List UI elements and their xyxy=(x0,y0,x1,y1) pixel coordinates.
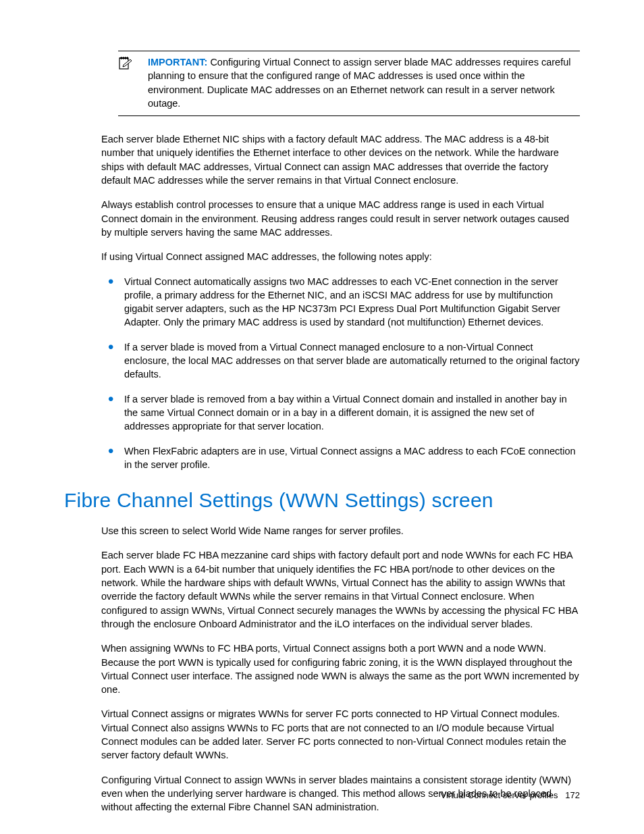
svg-rect-3 xyxy=(123,57,124,59)
body-paragraph: If using Virtual Connect assigned MAC ad… xyxy=(101,250,580,263)
note-icon xyxy=(118,55,148,110)
important-label: IMPORTANT: xyxy=(148,57,207,68)
body-paragraph: Use this screen to select World Wide Nam… xyxy=(101,524,580,538)
important-body: Configuring Virtual Connect to assign se… xyxy=(148,57,570,109)
svg-rect-2 xyxy=(121,57,122,59)
svg-rect-5 xyxy=(127,57,128,59)
footer-page: 172 xyxy=(565,790,580,800)
page-footer: Virtual Connect server profiles 172 xyxy=(441,789,580,802)
list-item: If a server blade is moved from a Virtua… xyxy=(101,340,580,382)
important-callout: IMPORTANT: Configuring Virtual Connect t… xyxy=(118,51,580,116)
bullet-list: Virtual Connect automatically assigns tw… xyxy=(101,275,580,472)
body-paragraph: When assigning WWNs to FC HBA ports, Vir… xyxy=(101,642,580,696)
body-paragraph: Virtual Connect assigns or migrates WWNs… xyxy=(101,707,580,762)
bottom-paragraphs: Use this screen to select World Wide Nam… xyxy=(64,524,580,814)
top-paragraphs: Each server blade Ethernet NIC ships wit… xyxy=(64,132,580,263)
body-paragraph: Always establish control processes to en… xyxy=(101,198,580,239)
footer-section: Virtual Connect server profiles xyxy=(441,790,558,800)
body-paragraph: Each server blade Ethernet NIC ships wit… xyxy=(101,132,580,187)
list-item: If a server blade is removed from a bay … xyxy=(101,392,580,434)
svg-rect-4 xyxy=(125,57,126,59)
important-text: IMPORTANT: Configuring Virtual Connect t… xyxy=(148,55,580,110)
body-paragraph: Each server blade FC HBA mezzanine card … xyxy=(101,548,580,631)
list-item: When FlexFabric adapters are in use, Vir… xyxy=(101,444,580,472)
list-item: Virtual Connect automatically assigns tw… xyxy=(101,275,580,330)
section-heading: Fibre Channel Settings (WWN Settings) sc… xyxy=(64,486,580,515)
